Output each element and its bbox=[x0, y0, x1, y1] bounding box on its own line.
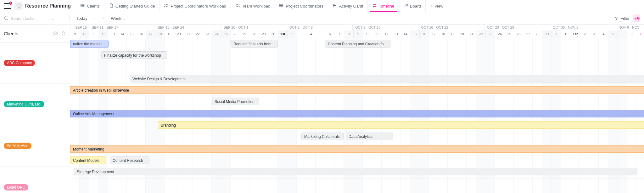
add-view-button[interactable]: +View bbox=[425, 0, 448, 12]
day-header: 8 bbox=[636, 30, 644, 38]
week-header: OCT 23 - OCT 29 bbox=[484, 25, 550, 30]
day-header: 9 bbox=[353, 30, 363, 38]
task-bar[interactable]: Website Design & Development bbox=[130, 75, 644, 82]
search-input[interactable] bbox=[10, 16, 49, 21]
collapse-icon[interactable] bbox=[61, 31, 66, 36]
group-row[interactable]: ABC Company bbox=[0, 43, 70, 84]
day-header: 31 bbox=[561, 30, 570, 38]
day-header: 23 bbox=[202, 30, 212, 38]
toolbar: ⌄ Today − + Week ⌄ Filter G bbox=[0, 12, 644, 25]
timeline-row: Moment MarketingContent ModelsContent Re… bbox=[70, 143, 644, 179]
app-header: 0 Resource Planning ClientsGetting Start… bbox=[0, 0, 644, 12]
group-tag[interactable]: LikeIt OPC bbox=[4, 184, 28, 190]
task-bar[interactable]: Content Research bbox=[110, 156, 149, 164]
svg-point-4 bbox=[165, 4, 166, 5]
timeline-body[interactable]: nalize the marketin...Request final arts… bbox=[70, 38, 644, 193]
day-header: 24 bbox=[212, 30, 221, 38]
day-header: 13 bbox=[108, 30, 117, 38]
visibility-icon[interactable] bbox=[53, 31, 58, 36]
group-tag[interactable]: WeMakeAds bbox=[4, 143, 31, 149]
day-header: 27 bbox=[240, 30, 249, 38]
day-header: 19 bbox=[165, 30, 174, 38]
group-row[interactable]: Marketing Guru, Ltd. bbox=[0, 84, 70, 125]
group-row[interactable]: WeMakeAds bbox=[0, 125, 70, 167]
day-header: 28 bbox=[249, 30, 259, 38]
task-bar[interactable]: Moment Marketing bbox=[70, 145, 644, 153]
plus-icon: + bbox=[430, 3, 433, 9]
page-title: Resource Planning bbox=[25, 3, 71, 9]
day-header: 11 bbox=[372, 30, 382, 38]
group-tag[interactable]: ABC Company bbox=[4, 60, 35, 66]
list-icon bbox=[279, 3, 284, 9]
week-header: OCT 2 - OCT 8 bbox=[287, 25, 352, 30]
task-bar[interactable]: Branding bbox=[158, 121, 644, 129]
timeline-row: Website Design & DevelopmentArticle crea… bbox=[70, 73, 644, 108]
gantt-icon bbox=[333, 3, 337, 9]
tab-clients[interactable]: Clients bbox=[76, 0, 104, 12]
today-button[interactable]: Today bbox=[74, 14, 90, 22]
day-header: 26 bbox=[231, 30, 240, 38]
task-bar[interactable]: Finalize capacity for the workshop bbox=[101, 51, 167, 59]
group-row[interactable]: LikeIt OPC bbox=[0, 167, 70, 193]
task-bar[interactable]: Marketing Collaterals bbox=[301, 133, 344, 140]
timeline-area[interactable]: - SEP 10SEP 11 - SEP 17SEP 18 - SEP 24SE… bbox=[70, 25, 644, 193]
day-header: 25 bbox=[221, 30, 231, 38]
filter-button[interactable]: Filter bbox=[614, 16, 630, 21]
task-bar[interactable]: Content Planning and Creation fo... bbox=[325, 40, 391, 48]
svg-point-8 bbox=[280, 4, 280, 4]
tab-project-coordinators[interactable]: Project Coordinators bbox=[275, 0, 328, 12]
week-header: - SEP 10 bbox=[70, 25, 89, 30]
workload-icon bbox=[164, 3, 169, 9]
svg-line-16 bbox=[7, 19, 8, 20]
task-bar[interactable]: nalize the marketin... bbox=[70, 40, 109, 48]
group-field-label[interactable]: Clients bbox=[4, 31, 18, 36]
day-header: 22 bbox=[476, 30, 485, 38]
zoom-out-button[interactable]: − bbox=[92, 14, 98, 22]
day-header: 7 bbox=[334, 30, 344, 38]
day-header: 17 bbox=[429, 30, 438, 38]
doc-icon bbox=[109, 3, 114, 9]
week-header: OCT 30 - NOV 5 bbox=[550, 25, 616, 30]
svg-point-6 bbox=[236, 4, 238, 5]
day-header: 16 bbox=[136, 30, 146, 38]
day-header: 5 bbox=[608, 30, 618, 38]
tab-board[interactable]: Board bbox=[399, 0, 425, 12]
settings-icon bbox=[633, 16, 637, 20]
task-bar[interactable]: Article creation in WebForNewbie bbox=[70, 86, 644, 94]
timeline-row: Online Ads ManagementBrandingMarketing C… bbox=[70, 108, 644, 143]
group-button[interactable]: G bbox=[633, 14, 640, 22]
tab-project-coordinators-workload[interactable]: Project Coordinators Workload bbox=[159, 0, 231, 12]
day-header: 14 bbox=[400, 30, 410, 38]
tab-activity-gantt[interactable]: Activity Gantt bbox=[328, 0, 368, 12]
group-tag[interactable]: Marketing Guru, Ltd. bbox=[4, 101, 44, 107]
day-header: 10 bbox=[363, 30, 372, 38]
task-bar[interactable]: Strategy Development bbox=[74, 168, 637, 175]
menu-toggle[interactable]: 0 bbox=[4, 3, 11, 9]
task-bar[interactable]: Data Analytics bbox=[346, 133, 393, 140]
timeline-header: - SEP 10SEP 11 - SEP 17SEP 18 - SEP 24SE… bbox=[70, 25, 644, 38]
day-header: 26 bbox=[514, 30, 523, 38]
zoom-in-button[interactable]: + bbox=[100, 14, 106, 22]
tab-timeline[interactable]: Timeline bbox=[367, 0, 399, 12]
week-header: OCT 9 - OCT 15 bbox=[352, 25, 418, 30]
tab-getting-started-guide[interactable]: Getting Started Guide bbox=[104, 0, 160, 12]
day-header: 18 bbox=[438, 30, 448, 38]
task-bar[interactable]: Request final arts from... bbox=[231, 40, 278, 48]
day-header: 4 bbox=[306, 30, 316, 38]
day-header: 5 bbox=[316, 30, 325, 38]
task-bar[interactable]: Online Ads Management bbox=[70, 110, 644, 117]
tab-team-workload[interactable]: Team Workload bbox=[231, 0, 275, 12]
svg-point-10 bbox=[280, 7, 280, 7]
task-bar[interactable]: Social Media Promotion bbox=[212, 98, 259, 105]
search-icon bbox=[4, 16, 8, 20]
zoom-level[interactable]: Week ⌄ bbox=[108, 14, 128, 22]
view-tabs: ClientsGetting Started GuideProject Coor… bbox=[76, 0, 448, 12]
task-bar[interactable]: Content Models bbox=[70, 156, 106, 164]
svg-rect-14 bbox=[406, 4, 407, 6]
svg-point-3 bbox=[81, 7, 81, 7]
day-header: 13 bbox=[391, 30, 400, 38]
space-icon[interactable] bbox=[14, 2, 23, 10]
day-header: 19 bbox=[448, 30, 457, 38]
day-header: 11 bbox=[89, 30, 98, 38]
chevron-down-icon[interactable]: ⌄ bbox=[51, 16, 54, 21]
